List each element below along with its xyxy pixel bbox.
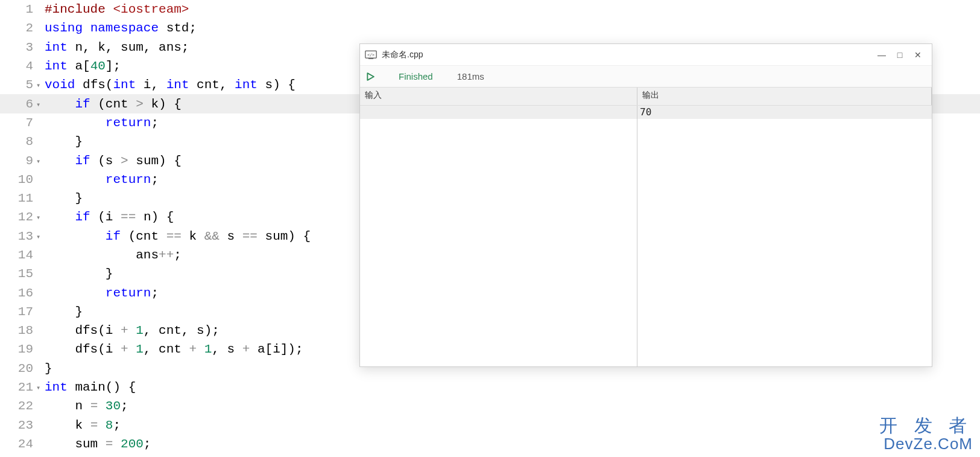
fold-icon[interactable]: ▾ (36, 382, 43, 392)
fold-icon (36, 66, 43, 67)
line-number: 24 (0, 437, 36, 451)
line-number: 21 (0, 380, 36, 394)
fold-icon (36, 368, 43, 369)
line-number: 11 (0, 191, 36, 205)
fold-icon (36, 122, 43, 123)
input-text[interactable] (360, 106, 637, 119)
line-number: 2 (0, 21, 36, 35)
window-title: 未命名.cpp (382, 50, 873, 60)
io-body: 70 (360, 106, 932, 366)
window-app-icon: </> (365, 50, 377, 60)
code-text[interactable]: k = 8; (43, 418, 980, 432)
fold-icon[interactable]: ▾ (36, 99, 43, 109)
code-line[interactable]: 2using namespace std; (0, 19, 980, 37)
code-line[interactable]: 1#include <iostream> (0, 0, 980, 19)
line-number: 8 (0, 135, 36, 149)
fold-icon[interactable]: ▾ (36, 156, 43, 166)
fold-icon (36, 46, 43, 48)
line-number: 17 (0, 305, 36, 319)
code-text[interactable]: #include <iostream> (43, 2, 980, 16)
code-line[interactable]: 23 k = 8; (0, 416, 980, 435)
line-number: 20 (0, 362, 36, 376)
line-number: 12 (0, 210, 36, 224)
maximize-button[interactable]: □ (891, 50, 909, 60)
code-line[interactable]: 22 n = 30; (0, 397, 980, 415)
line-number: 7 (0, 116, 36, 130)
code-text[interactable]: int main() { (43, 380, 980, 394)
output-text: 70 (637, 106, 932, 119)
pane-divider[interactable] (635, 106, 640, 366)
line-number: 10 (0, 173, 36, 187)
window-titlebar[interactable]: </> 未命名.cpp — □ ✕ (360, 44, 932, 66)
run-output-window: </> 未命名.cpp — □ ✕ Finished 181ms 输入 输出 7… (359, 43, 932, 367)
line-number: 6 (0, 97, 36, 111)
run-time: 181ms (457, 71, 484, 81)
play-icon[interactable] (366, 72, 375, 81)
svg-rect-1 (368, 58, 373, 59)
input-header: 输入 (360, 88, 637, 105)
output-panel: 70 (637, 106, 932, 366)
line-number: 19 (0, 342, 36, 356)
fold-icon[interactable]: ▾ (36, 212, 43, 222)
line-number: 1 (0, 2, 36, 16)
close-button[interactable]: ✕ (909, 50, 927, 60)
fold-icon (36, 292, 43, 293)
code-line[interactable]: 21▾int main() { (0, 378, 980, 397)
line-number: 14 (0, 248, 36, 262)
line-number: 13 (0, 229, 36, 243)
fold-icon (36, 28, 43, 29)
fold-icon[interactable]: ▾ (36, 231, 43, 241)
line-number: 22 (0, 399, 36, 413)
watermark-en: DevZe.CoM (879, 435, 973, 453)
line-number: 18 (0, 324, 36, 337)
watermark: 开 发 者 DevZe.CoM (879, 414, 973, 453)
line-number: 23 (0, 418, 36, 432)
run-status: Finished (399, 71, 433, 81)
code-text[interactable]: n = 30; (43, 399, 980, 413)
svg-text:</>: </> (367, 52, 375, 57)
fold-icon[interactable]: ▾ (36, 80, 43, 90)
minimize-button[interactable]: — (873, 50, 891, 60)
fold-icon (36, 443, 43, 444)
line-number: 4 (0, 59, 36, 73)
fold-icon (36, 349, 43, 350)
line-number: 9 (0, 154, 36, 168)
fold-icon (36, 406, 43, 407)
code-text[interactable]: sum = 200; (43, 437, 980, 451)
fold-icon (36, 9, 43, 10)
fold-icon (36, 198, 43, 199)
fold-icon (36, 179, 43, 180)
code-text[interactable]: using namespace std; (43, 21, 980, 35)
run-toolbar: Finished 181ms (360, 66, 932, 88)
line-number: 16 (0, 286, 36, 300)
line-number: 3 (0, 40, 36, 54)
code-line[interactable]: 24 sum = 200; (0, 435, 980, 453)
fold-icon (36, 311, 43, 312)
line-number: 5 (0, 78, 36, 92)
input-panel[interactable] (360, 106, 637, 366)
fold-icon (36, 330, 43, 331)
line-number: 15 (0, 267, 36, 281)
fold-icon (36, 273, 43, 275)
io-header: 输入 输出 (360, 88, 932, 106)
fold-icon (36, 255, 43, 256)
fold-icon (36, 141, 43, 142)
fold-icon (36, 424, 43, 426)
output-header: 输出 (637, 88, 932, 105)
